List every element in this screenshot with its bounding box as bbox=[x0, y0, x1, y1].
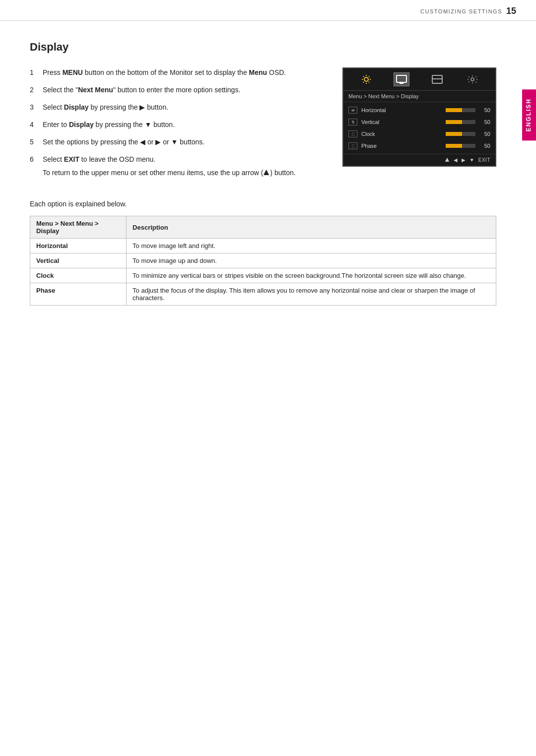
osd-item-horizontal: ⇄ Horizontal 50 bbox=[343, 104, 495, 116]
step-number: 1 bbox=[30, 67, 38, 78]
osd-item-clock: ⎕ Clock 50 bbox=[343, 128, 495, 140]
up-arrow-icon: ⯅ bbox=[445, 157, 450, 163]
svg-point-14 bbox=[471, 78, 474, 81]
svg-line-7 bbox=[369, 76, 369, 77]
svg-rect-9 bbox=[397, 75, 406, 82]
instruction-6: 6 Select EXIT to leave the OSD menu. To … bbox=[30, 154, 328, 178]
item-value: 50 bbox=[481, 131, 490, 137]
table-row: PhaseTo adjust the focus of the display.… bbox=[30, 283, 496, 306]
table-col1-header: Menu > Next Menu > Display bbox=[30, 216, 127, 239]
reference-table: Menu > Next Menu > Display Description H… bbox=[30, 216, 496, 306]
osd-item-phase: ⎕ Phase 50 bbox=[343, 140, 495, 152]
table-term: Clock bbox=[30, 268, 127, 283]
table-row: HorizontalTo move image left and right. bbox=[30, 239, 496, 253]
item-label: Clock bbox=[361, 131, 442, 137]
item-label: Phase bbox=[361, 143, 442, 149]
table-term: Vertical bbox=[30, 253, 127, 268]
two-column-layout: 1 Press MENU button on the bottom of the… bbox=[30, 67, 496, 185]
svg-point-0 bbox=[364, 77, 368, 81]
brightness-icon bbox=[358, 72, 374, 86]
item-value: 50 bbox=[481, 107, 490, 113]
table-description: To adjust the focus of the display. This… bbox=[127, 283, 496, 306]
section-label: CUSTOMIZING SETTINGS bbox=[420, 8, 502, 14]
item-bar bbox=[446, 132, 475, 136]
down-arrow-icon: ▼ bbox=[469, 157, 474, 163]
step-text: Select Display by pressing the ▶ button. bbox=[43, 102, 168, 113]
osd-menu-items: ⇄ Horizontal 50 ⇅ Vertical 50 ⎕ Clock bbox=[343, 102, 495, 154]
item-bar bbox=[446, 120, 475, 124]
step-text: Enter to Display by pressing the ▼ butto… bbox=[43, 120, 175, 130]
step-number: 2 bbox=[30, 85, 38, 95]
table-description: To minimize any vertical bars or stripes… bbox=[127, 268, 496, 283]
item-bar bbox=[446, 144, 475, 148]
vertical-icon: ⇅ bbox=[348, 119, 357, 126]
item-bar bbox=[446, 108, 475, 112]
each-option-label: Each option is explained below. bbox=[30, 200, 496, 208]
display-icon bbox=[394, 72, 409, 86]
item-value: 50 bbox=[481, 119, 490, 125]
instruction-3: 3 Select Display by pressing the ▶ butto… bbox=[30, 102, 328, 113]
item-value: 50 bbox=[481, 143, 490, 149]
table-description: To move image left and right. bbox=[127, 239, 496, 253]
instruction-2: 2 Select the "Next Menu" button to enter… bbox=[30, 85, 328, 95]
page-title: Display bbox=[30, 41, 496, 54]
main-content: Display 1 Press MENU button on the botto… bbox=[0, 21, 536, 340]
step-number: 6 bbox=[30, 154, 38, 178]
step-text: Set the options by pressing the ◀ or ▶ o… bbox=[43, 137, 204, 147]
page-number: 15 bbox=[506, 6, 516, 16]
table-term: Horizontal bbox=[30, 239, 127, 253]
osd-item-vertical: ⇅ Vertical 50 bbox=[343, 116, 495, 128]
osd-footer: ⯅ ◀ ▶ ▼ EXIT bbox=[343, 154, 495, 166]
table-col2-header: Description bbox=[127, 216, 496, 239]
item-label: Horizontal bbox=[361, 107, 442, 113]
step-number: 5 bbox=[30, 137, 38, 147]
phase-icon: ⎕ bbox=[348, 142, 357, 149]
step-text: Press MENU button on the bottom of the M… bbox=[43, 67, 286, 78]
instruction-5: 5 Set the options by pressing the ◀ or ▶… bbox=[30, 137, 328, 147]
settings-icon bbox=[465, 72, 480, 86]
step-text: Select the "Next Menu" button to enter t… bbox=[43, 85, 240, 95]
table-row: ClockTo minimize any vertical bars or st… bbox=[30, 268, 496, 283]
item-label: Vertical bbox=[361, 119, 442, 125]
language-tab: ENGLISH bbox=[522, 89, 536, 140]
step-number: 3 bbox=[30, 102, 38, 113]
table-description: To move image up and down. bbox=[127, 253, 496, 268]
horizontal-icon: ⇄ bbox=[348, 107, 357, 114]
table-term: Phase bbox=[30, 283, 127, 306]
step-text: Select EXIT to leave the OSD menu. To re… bbox=[43, 154, 296, 178]
left-arrow-icon: ◀ bbox=[454, 157, 458, 163]
instructions-column: 1 Press MENU button on the bottom of the… bbox=[30, 67, 328, 185]
osd-icons-row bbox=[343, 68, 495, 91]
osd-screenshot: Menu > Next Menu > Display ⇄ Horizontal … bbox=[342, 67, 496, 167]
instruction-1: 1 Press MENU button on the bottom of the… bbox=[30, 67, 328, 78]
color-icon bbox=[429, 72, 445, 86]
page-header: CUSTOMIZING SETTINGS 15 bbox=[0, 0, 536, 21]
clock-icon: ⎕ bbox=[348, 130, 357, 137]
step-number: 4 bbox=[30, 120, 38, 130]
table-row: VerticalTo move image up and down. bbox=[30, 253, 496, 268]
exit-label: EXIT bbox=[478, 157, 490, 163]
right-arrow-icon: ▶ bbox=[462, 157, 466, 163]
svg-line-5 bbox=[363, 76, 363, 77]
osd-screen: Menu > Next Menu > Display ⇄ Horizontal … bbox=[342, 67, 496, 167]
osd-breadcrumb: Menu > Next Menu > Display bbox=[343, 91, 495, 102]
instruction-4: 4 Enter to Display by pressing the ▼ but… bbox=[30, 120, 328, 130]
svg-line-8 bbox=[363, 82, 363, 82]
svg-line-6 bbox=[369, 82, 369, 82]
instruction-list: 1 Press MENU button on the bottom of the… bbox=[30, 67, 328, 178]
